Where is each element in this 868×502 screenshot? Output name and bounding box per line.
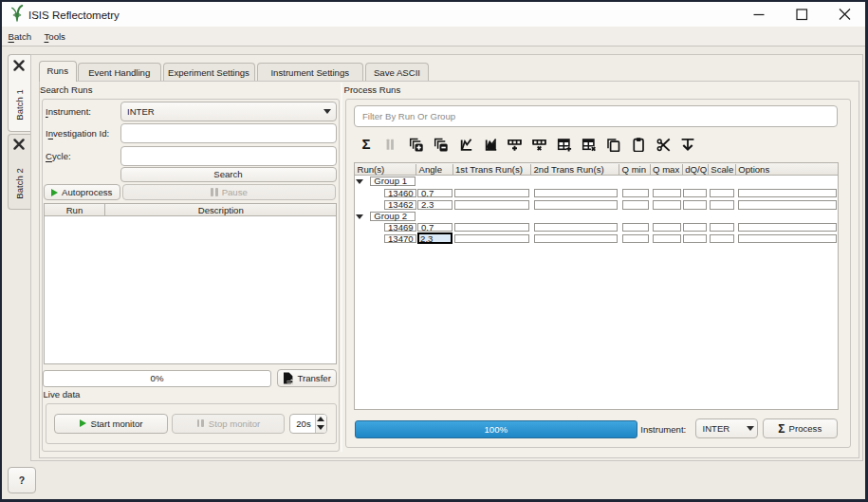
svg-text:Σ: Σ [361,137,370,152]
